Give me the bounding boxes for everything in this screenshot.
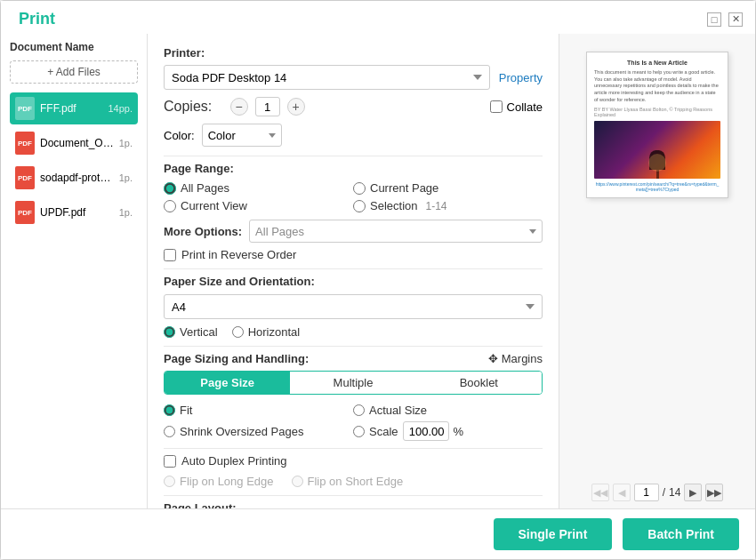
flip-short-edge: Flip on Short Edge [292,475,404,488]
page-range-selection: Selection 1-14 [353,199,543,212]
radio-current[interactable] [353,182,366,195]
printer-label: Printer: [164,46,205,60]
more-options-select[interactable]: All Pages [249,220,543,243]
auto-duplex-checkbox[interactable] [164,455,176,468]
sidebar-label: Document Name [10,41,138,53]
file-name: UPDF.pdf [40,206,114,219]
copies-increment[interactable]: + [287,98,305,116]
label-short-edge: Flip on Short Edge [308,475,404,488]
nav-next-button[interactable]: ▶ [684,484,702,501]
more-options-row: More Options: All Pages [164,220,543,243]
sizing-title: Page Sizing and Handling: [164,352,309,365]
nav-prev-button[interactable]: ◀ [613,484,631,501]
radio-horizontal[interactable] [232,326,244,338]
radio-view[interactable] [164,200,176,212]
collate-checkbox[interactable] [490,100,503,113]
single-print-button[interactable]: Single Print [494,518,613,550]
label-vertical: Vertical [180,325,218,339]
print-window: Print □ ✕ Document Name + Add Files PDF … [0,0,756,560]
sizing-header: Page Sizing and Handling: ✥ Margins [164,352,543,365]
opt-actual: Actual Size [353,404,543,417]
minimize-button[interactable]: □ [707,12,721,27]
printer-select[interactable]: Soda PDF Desktop 14 [164,65,490,90]
page-range-all: All Pages [164,181,353,195]
radio-vertical[interactable] [164,326,175,338]
reverse-order-row: Print in Reverse Order [164,248,543,261]
scale-unit: % [454,425,464,438]
page-range-options: All Pages Current Page Current View Sele… [164,181,543,212]
margins-button[interactable]: ✥ Margins [488,352,543,365]
file-list: PDF FFF.pdf 14pp. PDF Document_OCR... 1p… [10,92,138,231]
page-range-current: Current Page [353,181,543,195]
doc-preview-link: https://www.pinterest.com/pin/search/?q=… [594,181,720,192]
radio-shrink[interactable] [164,426,175,437]
label-view: Current View [181,199,247,212]
sidebar: Document Name + Add Files PDF FFF.pdf 14… [1,34,148,508]
close-button[interactable]: ✕ [728,12,743,27]
orientation-horizontal: Horizontal [232,325,301,339]
nav-last-button[interactable]: ▶▶ [705,484,723,501]
file-pages: 1p. [119,138,133,148]
radio-selection[interactable] [353,200,366,212]
tab-multiple[interactable]: Multiple [290,372,415,394]
paper-size-select[interactable]: A4 [164,294,543,319]
color-row: Color: Color [164,124,543,147]
radio-actual[interactable] [353,404,365,416]
pdf-icon: PDF [15,166,35,189]
radio-scale[interactable] [353,426,365,437]
radio-short-edge[interactable] [292,476,303,487]
copies-input[interactable] [255,97,280,116]
color-select[interactable]: Color [202,124,282,147]
tab-booklet[interactable]: Booklet [416,372,542,394]
doc-preview-image [594,121,720,179]
orientation-vertical: Vertical [164,325,218,339]
file-pages: 14pp. [108,103,133,114]
sizing-tabs: Page Size Multiple Booklet [164,371,543,395]
printer-row: Soda PDF Desktop 14 Property [164,65,543,90]
nav-total: 14 [669,486,680,499]
nav-first-button[interactable]: ◀◀ [591,484,609,501]
file-name: Document_OCR... [40,137,114,149]
size-options: Fit Actual Size Shrink Oversized Pages S… [164,404,543,441]
label-horizontal: Horizontal [248,325,301,339]
nav-sep: / [663,486,665,499]
doc-preview-body: This document is meant to help you write… [594,69,720,103]
add-files-button[interactable]: + Add Files [10,60,138,84]
file-item[interactable]: PDF sodapdf-protect... 1p. [10,162,138,194]
opt-fit: Fit [164,404,353,417]
page-range-view: Current View [164,199,353,212]
opt-shrink: Shrink Oversized Pages [164,421,353,441]
radio-all[interactable] [164,182,176,195]
window-title: Print [19,10,55,28]
radio-fit[interactable] [164,404,175,416]
nav-controls: ◀◀ ◀ / 14 ▶ ▶▶ [591,484,724,501]
nav-page-input[interactable] [634,484,659,501]
pdf-icon: PDF [15,201,35,224]
scale-input[interactable] [403,421,449,441]
copies-decrement[interactable]: − [230,98,248,116]
file-item[interactable]: PDF FFF.pdf 14pp. [10,92,138,124]
label-scale: Scale [369,425,398,438]
file-item[interactable]: PDF Document_OCR... 1p. [10,127,138,159]
label-current: Current Page [370,181,438,195]
auto-duplex-row: Auto Duplex Printing [164,454,543,468]
file-name: sodapdf-protect... [40,172,114,184]
doc-preview-byline: BY BY Water Llyasa Bassi Bolton, © Tripp… [594,107,720,117]
radio-long-edge[interactable] [164,476,175,487]
preview-panel: This Is a New Article This document is m… [559,34,755,508]
tab-pagesize[interactable]: Page Size [165,372,290,394]
window-controls: □ ✕ [707,12,743,27]
title-bar: Print □ ✕ [1,1,755,34]
label-selection: Selection [370,199,417,212]
preview-area: This Is a New Article This document is m… [577,43,737,476]
property-link[interactable]: Property [499,71,543,84]
printer-section: Printer: [164,46,543,60]
orientation-row: Vertical Horizontal [164,325,543,339]
copies-label: Copies: [164,99,212,115]
file-pages: 1p. [119,172,133,183]
batch-print-button[interactable]: Batch Print [623,518,739,550]
reverse-order-checkbox[interactable] [164,249,176,261]
label-actual: Actual Size [369,404,427,417]
file-item[interactable]: PDF UPDF.pdf 1p. [10,196,138,228]
color-label: Color: [164,129,195,142]
